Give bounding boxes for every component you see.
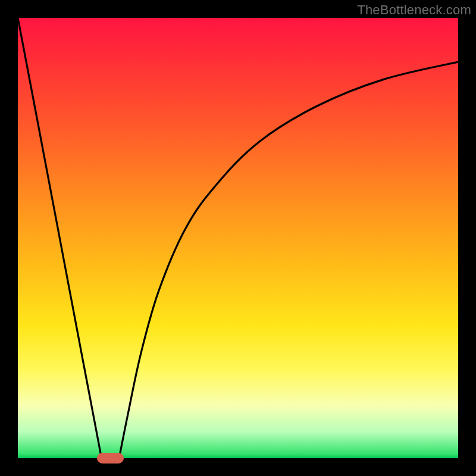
curve-left <box>18 18 102 458</box>
watermark-text: TheBottleneck.com <box>357 2 471 18</box>
curve-right <box>119 62 458 458</box>
chart-frame: TheBottleneck.com <box>0 0 476 476</box>
optimum-marker <box>97 453 123 464</box>
curve-svg <box>18 18 458 458</box>
plot-area <box>18 18 458 458</box>
